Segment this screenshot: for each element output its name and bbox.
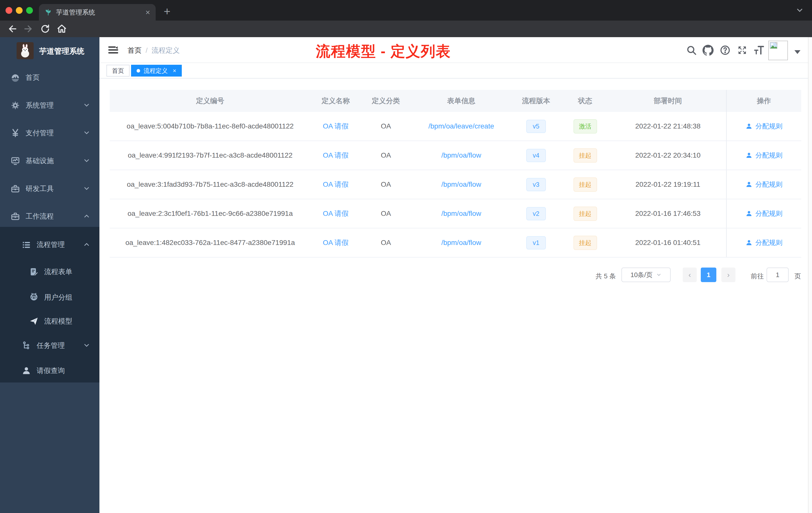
sidebar-item-payment-management[interactable]: 支付管理 [0, 120, 99, 146]
status-badge: 激活 [574, 119, 597, 133]
definition-category: OA [361, 199, 411, 228]
macos-minimize-button[interactable] [16, 7, 23, 14]
screen: 芋道管理系统 × + 不安全 dashboard.yudao.iocoder.c… [0, 0, 812, 513]
main-content: 定义编号 定义名称 定义分类 表单信息 流程版本 状态 部署时间 操作 oa_l… [99, 79, 812, 513]
definition-category: OA [361, 229, 411, 257]
chevron-up-icon [83, 241, 90, 248]
chevron-down-icon [656, 272, 662, 278]
deploy-time: 2022-01-16 01:40:51 [610, 229, 726, 257]
chevron-down-icon [83, 101, 90, 109]
definition-category: OA [361, 170, 411, 199]
definition-name-link[interactable]: OA 请假 [323, 238, 349, 247]
sidebar-item-system-management[interactable]: 系统管理 [0, 93, 99, 118]
chevron-down-icon [83, 129, 90, 137]
tags-view-bar: 首页 流程定义 × [99, 63, 812, 79]
app-navbar: 首页 / 流程定义 流程模型 - 定义列表 [99, 37, 812, 63]
pagination-current-page[interactable]: 1 [701, 268, 716, 282]
tag-home[interactable]: 首页 [107, 65, 129, 77]
form-link[interactable]: /bpm/oa/flow [441, 180, 481, 188]
table-row: oa_leave:1:482ec033-762a-11ec-8477-a2380… [110, 229, 801, 258]
sidebar-item-home[interactable]: 首页 [0, 65, 99, 90]
list-icon [22, 240, 31, 249]
version-badge: v3 [526, 178, 546, 191]
table-header-row: 定义编号 定义名称 定义分类 表单信息 流程版本 状态 部署时间 操作 [110, 90, 801, 112]
form-edit-icon [29, 267, 39, 277]
breadcrumb-separator: / [146, 47, 148, 55]
chevron-up-icon [83, 212, 90, 220]
assign-rule-button[interactable]: 分配规则 [746, 209, 783, 218]
person-icon [22, 366, 31, 375]
sidebar-logo[interactable]: 芋道管理系统 [0, 37, 99, 65]
briefcase-icon [10, 184, 20, 193]
dashboard-icon [10, 73, 20, 82]
assign-rule-button[interactable]: 分配规则 [746, 122, 783, 131]
browser-toolbar: 不安全 dashboard.yudao.iocoder.cn /bpm/mana… [0, 21, 812, 37]
definition-id: oa_leave:4:991f2193-7b7f-11ec-a3c8-acde4… [110, 141, 311, 170]
sidebar-item-infrastructure[interactable]: 基础设施 [0, 148, 99, 174]
tag-process-definition[interactable]: 流程定义 × [131, 65, 182, 77]
tab-search-caret-icon[interactable] [795, 6, 804, 14]
tag-close-icon[interactable]: × [173, 67, 176, 74]
paper-plane-icon [29, 316, 39, 326]
help-icon[interactable] [720, 45, 731, 56]
sidebar-item-task-management[interactable]: 任务管理 [0, 333, 99, 358]
github-icon[interactable] [702, 45, 714, 56]
sidebar-item-process-model[interactable]: 流程模型 [0, 309, 99, 334]
assign-rule-button[interactable]: 分配规则 [746, 238, 783, 247]
sidebar-item-process-form[interactable]: 流程表单 [0, 259, 99, 284]
page-size-select[interactable]: 10条/页 [621, 268, 671, 282]
sidebar-item-dev-tools[interactable]: 研发工具 [0, 176, 99, 201]
sidebar-item-user-group[interactable]: 用户分组 [0, 285, 99, 310]
definition-id: oa_leave:1:482ec033-762a-11ec-8477-a2380… [110, 229, 311, 257]
pagination-next-button[interactable]: › [721, 268, 735, 282]
pagination-page-input[interactable]: 1 [766, 268, 789, 282]
chevron-down-icon [83, 157, 90, 164]
table-row: oa_leave:3:1fad3d93-7b75-11ec-a3c8-acde4… [110, 170, 801, 199]
breadcrumb-home[interactable]: 首页 [127, 46, 142, 55]
user-group-icon [29, 293, 39, 302]
home-icon[interactable] [57, 24, 67, 34]
form-link[interactable]: /bpm/oa/leave/create [428, 122, 494, 130]
reload-icon[interactable] [40, 24, 50, 34]
page-scrollbar[interactable] [808, 37, 812, 513]
definition-name-link[interactable]: OA 请假 [323, 121, 349, 131]
back-icon[interactable] [7, 24, 17, 34]
definition-name-link[interactable]: OA 请假 [323, 151, 349, 160]
browser-tab[interactable]: 芋道管理系统 × [39, 4, 156, 21]
fullscreen-icon[interactable] [737, 45, 748, 56]
assign-rule-button[interactable]: 分配规则 [746, 151, 783, 160]
assign-rule-button[interactable]: 分配规则 [746, 180, 783, 189]
brand-avatar [17, 42, 34, 59]
search-icon[interactable] [686, 45, 697, 56]
definition-name-link[interactable]: OA 请假 [323, 180, 349, 189]
deploy-time: 2022-01-22 19:19:11 [610, 170, 726, 199]
sidebar-item-process-management[interactable]: 流程管理 [0, 232, 99, 257]
form-link[interactable]: /bpm/oa/flow [441, 239, 481, 247]
tab-close-icon[interactable]: × [145, 8, 150, 16]
pagination-prev-button[interactable]: ‹ [683, 268, 697, 282]
version-badge: v4 [526, 149, 546, 162]
sidebar-item-workflow[interactable]: 工作流程 [0, 204, 99, 229]
brand-title: 芋道管理系统 [39, 46, 84, 57]
gear-icon [10, 101, 20, 110]
user-avatar[interactable] [768, 41, 788, 60]
user-icon [746, 239, 753, 246]
macos-close-button[interactable] [5, 7, 12, 14]
chevron-down-icon [83, 185, 90, 192]
sidebar-item-leave-query[interactable]: 请假查询 [0, 358, 99, 383]
definition-name-link[interactable]: OA 请假 [323, 209, 349, 218]
macos-zoom-button[interactable] [26, 7, 33, 14]
new-tab-icon[interactable]: + [164, 4, 171, 18]
table-row: oa_leave:5:004b710b-7b8a-11ec-8ef0-acde4… [110, 112, 801, 141]
form-link[interactable]: /bpm/oa/flow [441, 210, 481, 218]
form-link[interactable]: /bpm/oa/flow [441, 151, 481, 159]
favicon-sprout-icon [45, 8, 52, 16]
sidebar-collapse-icon[interactable] [108, 44, 119, 56]
deploy-time: 2022-01-22 21:48:38 [610, 112, 726, 141]
font-size-icon[interactable] [753, 45, 764, 56]
forward-icon[interactable] [24, 24, 34, 34]
breadcrumb: 首页 / 流程定义 [127, 46, 180, 55]
chevron-down-icon [83, 341, 90, 349]
user-menu-caret-icon[interactable] [794, 50, 801, 54]
definition-table: 定义编号 定义名称 定义分类 表单信息 流程版本 状态 部署时间 操作 oa_l… [110, 90, 801, 258]
